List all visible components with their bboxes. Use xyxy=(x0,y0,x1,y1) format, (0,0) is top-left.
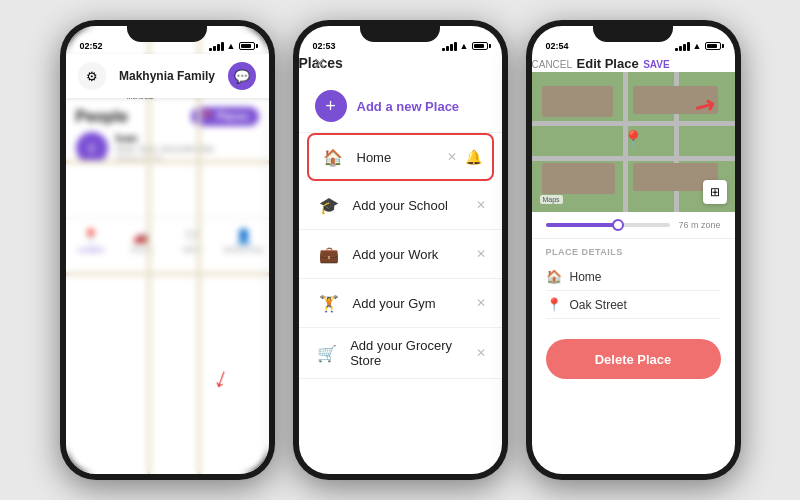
delete-label: Delete Place xyxy=(595,352,672,367)
home-icon: 🏠 xyxy=(319,143,347,171)
school-icon: 🎓 xyxy=(315,191,343,219)
edit-place-title: Edit Place xyxy=(577,56,639,71)
place-name-home: Home xyxy=(357,150,392,165)
place-address-value: Oak Street xyxy=(570,298,627,312)
gear-icon: ⚙ xyxy=(86,69,98,84)
signal-icon xyxy=(209,42,224,51)
place-left-work: 💼 Add your Work xyxy=(315,240,439,268)
place-item-home[interactable]: 🏠 Home ✕ 🔔 xyxy=(307,133,494,181)
remove-icon-home[interactable]: ✕ xyxy=(447,150,457,164)
phone-2: 02:53 ▲ ✕ Places + Add a new P xyxy=(293,20,508,480)
add-new-label: Add a new Place xyxy=(357,99,460,114)
place-right-grocery: ✕ xyxy=(476,346,486,360)
time-1: 02:52 xyxy=(80,41,103,51)
remove-icon-work[interactable]: ✕ xyxy=(476,247,486,261)
place-item-work[interactable]: 💼 Add your Work ✕ xyxy=(299,230,502,279)
place-right-school: ✕ xyxy=(476,198,486,212)
detail-name-row: 🏠 Home xyxy=(546,263,721,291)
bell-icon-home[interactable]: 🔔 xyxy=(465,149,482,165)
signal-icon-2 xyxy=(442,42,457,51)
gym-icon: 🏋 xyxy=(315,289,343,317)
place-left-home: 🏠 Home xyxy=(319,143,392,171)
battery-icon-2 xyxy=(472,42,488,50)
wifi-icon-3: ▲ xyxy=(693,41,702,51)
place-right-work: ✕ xyxy=(476,247,486,261)
time-2: 02:53 xyxy=(313,41,336,51)
family-name: Makhynia Family xyxy=(119,69,215,83)
place-name-gym: Add your Gym xyxy=(353,296,436,311)
work-icon: 💼 xyxy=(315,240,343,268)
place-item-grocery[interactable]: 🛒 Add your Grocery Store ✕ xyxy=(299,328,502,379)
remove-icon-gym[interactable]: ✕ xyxy=(476,296,486,310)
details-section-title: Place details xyxy=(546,247,721,257)
place-item-gym[interactable]: 🏋 Add your Gym ✕ xyxy=(299,279,502,328)
notch-3 xyxy=(593,20,673,42)
battery-icon xyxy=(239,42,255,50)
status-icons-3: ▲ xyxy=(675,41,721,51)
grocery-icon: 🛒 xyxy=(315,339,341,367)
place-name-school: Add your School xyxy=(353,198,448,213)
wifi-icon: ▲ xyxy=(227,41,236,51)
chat-button[interactable]: 💬 xyxy=(228,62,256,90)
places-list: + Add a new Place 🏠 Home ✕ 🔔 🎓 Add your xyxy=(299,72,502,474)
notch-1 xyxy=(127,20,207,42)
cancel-button[interactable]: CANCEL xyxy=(532,59,573,70)
signal-icon-3 xyxy=(675,42,690,51)
place-right-gym: ✕ xyxy=(476,296,486,310)
place-name-work: Add your Work xyxy=(353,247,439,262)
delete-place-button[interactable]: Delete Place xyxy=(546,339,721,379)
place-left-grocery: 🛒 Add your Grocery Store xyxy=(315,338,476,368)
edit-place-header: CANCEL Edit Place SAVE xyxy=(532,54,735,72)
place-details: Place details 🏠 Home 📍 Oak Street xyxy=(532,239,735,327)
status-icons-2: ▲ xyxy=(442,41,488,51)
address-icon: 📍 xyxy=(546,297,562,312)
notch-2 xyxy=(360,20,440,42)
phone-3: 02:54 ▲ CANCEL Edit Place SAVE xyxy=(526,20,741,480)
save-button[interactable]: SAVE xyxy=(643,59,670,70)
place-name-grocery: Add your Grocery Store xyxy=(350,338,475,368)
place-left-gym: 🏋 Add your Gym xyxy=(315,289,436,317)
detail-address-row: 📍 Oak Street xyxy=(546,291,721,319)
place-left-school: 🎓 Add your School xyxy=(315,191,448,219)
place-item-school[interactable]: 🎓 Add your School ✕ xyxy=(299,181,502,230)
wifi-icon-2: ▲ xyxy=(460,41,469,51)
add-icon: + xyxy=(315,90,347,122)
map-thumbnail[interactable]: 📍 ↗ Maps ⊞ xyxy=(532,72,735,212)
home-detail-icon: 🏠 xyxy=(546,269,562,284)
battery-icon-3 xyxy=(705,42,721,50)
radius-slider[interactable] xyxy=(546,223,671,227)
remove-icon-school[interactable]: ✕ xyxy=(476,198,486,212)
status-icons-1: ▲ xyxy=(209,41,255,51)
settings-button[interactable]: ⚙ xyxy=(78,62,106,90)
map-header: ⚙ Makhynia Family 💬 xyxy=(66,54,269,98)
chat-icon: 💬 xyxy=(234,69,250,84)
layers-button[interactable]: ⊞ xyxy=(703,180,727,204)
phone-1: 02:52 ▲ ⚙ Makhynia Family 💬 xyxy=(60,20,275,480)
place-name-value: Home xyxy=(570,270,602,284)
places-screen-header: ✕ Places xyxy=(299,54,502,72)
maps-label: Maps xyxy=(540,195,563,204)
pin-marker: 📍 xyxy=(622,129,644,151)
time-3: 02:54 xyxy=(546,41,569,51)
add-new-place-button[interactable]: + Add a new Place xyxy=(299,80,502,133)
remove-icon-grocery[interactable]: ✕ xyxy=(476,346,486,360)
radius-label: 76 m zone xyxy=(678,220,720,230)
close-button[interactable]: ✕ xyxy=(313,54,326,73)
radius-bar: 76 m zone xyxy=(532,212,735,239)
place-right-home: ✕ 🔔 xyxy=(447,149,482,165)
